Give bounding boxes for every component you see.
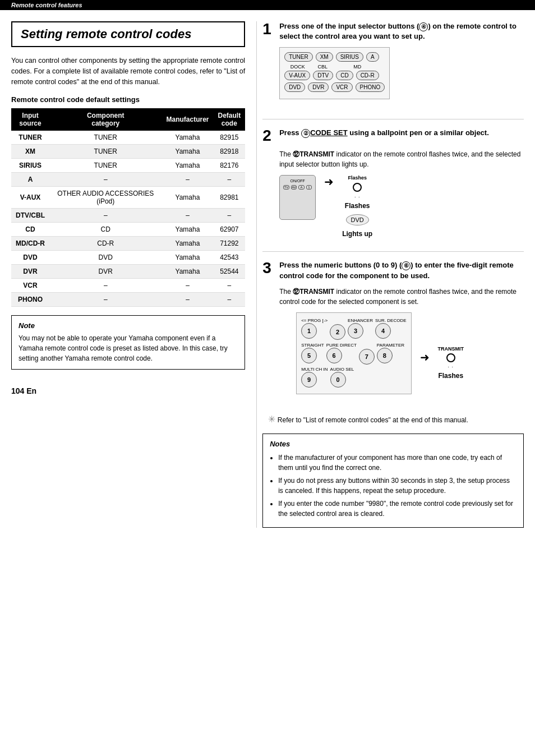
notes-box: Notes If the manufacturer of your compon… bbox=[262, 434, 524, 528]
transmit-circle-3 bbox=[446, 353, 455, 362]
num-btn-2: 2 bbox=[330, 324, 345, 340]
table-cell: 82915 bbox=[214, 131, 246, 145]
btn-vaux: V-AUX bbox=[284, 71, 310, 80]
btn-dvd: DVD bbox=[284, 82, 305, 92]
col-header-input: Inputsource bbox=[11, 108, 49, 131]
table-cell: 71292 bbox=[214, 237, 246, 251]
table-cell: – bbox=[214, 279, 246, 293]
table-row: DVDDVDYamaha42543 bbox=[11, 251, 245, 265]
table-cell: DVR bbox=[49, 265, 162, 279]
table-cell: – bbox=[214, 173, 246, 187]
note-title: Note bbox=[19, 321, 238, 330]
code-set-label: CODE SET bbox=[310, 128, 347, 137]
table-row: DVRDVRYamaha52544 bbox=[11, 265, 245, 279]
table-cell: – bbox=[162, 279, 213, 293]
btn-vcr: VCR bbox=[331, 82, 352, 92]
table-cell: OTHER AUDIO ACCESSORIES (iPod) bbox=[49, 187, 162, 209]
step-3-instruction: Press the numeric buttons (0 to 9) (⑥) t… bbox=[279, 260, 524, 280]
step-1: 1 Press one of the input selector button… bbox=[262, 21, 524, 108]
table-cell: 82176 bbox=[214, 159, 246, 173]
num-btn-9: 9 bbox=[301, 372, 317, 388]
header-label: Remote control features bbox=[11, 2, 82, 8]
btn-xm: XM bbox=[316, 52, 333, 62]
table-cell: – bbox=[162, 209, 213, 223]
step-3-body: The ⑫TRANSMIT indicator on the remote co… bbox=[279, 287, 524, 307]
btn-cd: CD bbox=[336, 71, 353, 80]
arrow-icon-3: ➜ bbox=[420, 351, 430, 364]
table-row: DTV/CBL––– bbox=[11, 209, 245, 223]
dvd-button-diagram: DVD bbox=[346, 214, 369, 225]
intro-text: You can control other components by sett… bbox=[11, 56, 245, 87]
notes-title: Notes bbox=[270, 440, 516, 448]
step-2-number: 2 bbox=[262, 128, 275, 144]
table-cell: Yamaha bbox=[162, 187, 213, 209]
num-btn-1: 1 bbox=[301, 323, 317, 339]
table-title: Remote control code default settings bbox=[11, 95, 245, 104]
table-cell: TUNER bbox=[11, 131, 49, 145]
step-1-number: 1 bbox=[262, 21, 275, 37]
table-row: MD/CD-RCD-RYamaha71292 bbox=[11, 237, 245, 251]
table-cell: VCR bbox=[11, 279, 49, 293]
step-1-instruction: Press one of the input selector buttons … bbox=[279, 21, 524, 42]
transmit-flashes-area: Flashes · · Flashes DVD Lights up bbox=[342, 175, 372, 240]
col-header-manufacturer: Manufacturer bbox=[162, 108, 213, 131]
table-cell: – bbox=[49, 293, 162, 307]
step-2: 2 Press ②CODE SET using a ballpoint pen … bbox=[262, 128, 524, 240]
circled-2: ② bbox=[301, 129, 310, 138]
table-cell: DVR bbox=[11, 265, 49, 279]
header-bar: Remote control features bbox=[0, 0, 535, 10]
tip-icon: ✳ bbox=[268, 414, 275, 424]
table-row: V-AUXOTHER AUDIO ACCESSORIES (iPod)Yamah… bbox=[11, 187, 245, 209]
arrow-icon-2: ➜ bbox=[324, 175, 334, 188]
table-cell: TUNER bbox=[49, 131, 162, 145]
table-row: SIRIUSTUNERYamaha82176 bbox=[11, 159, 245, 173]
table-cell: DTV/CBL bbox=[11, 209, 49, 223]
tip-box: ✳ Refer to "List of remote control codes… bbox=[268, 414, 524, 425]
notes-list-item: If the manufacturer of your component ha… bbox=[278, 453, 516, 473]
table-cell: Yamaha bbox=[162, 159, 213, 173]
table-cell: SIRIUS bbox=[11, 159, 49, 173]
table-cell: – bbox=[49, 279, 162, 293]
numeric-diagram: <= PROG [-> 1 2 EN bbox=[296, 312, 411, 394]
transmit-circle-2 bbox=[353, 183, 362, 192]
table-cell: Yamaha bbox=[162, 223, 213, 237]
circled-4: ④ bbox=[419, 22, 428, 31]
transmit-area-3: TRANSMIT · · Flashes bbox=[438, 346, 464, 380]
table-cell: MD/CD-R bbox=[11, 237, 49, 251]
col-header-component: Componentcategory bbox=[49, 108, 162, 131]
table-cell: – bbox=[49, 173, 162, 187]
note-text: You may not be able to operate your Yama… bbox=[19, 333, 238, 363]
num-btn-5: 5 bbox=[301, 348, 317, 363]
left-column: Setting remote control codes You can con… bbox=[11, 21, 256, 528]
num-btn-4: 4 bbox=[375, 323, 391, 339]
table-cell: V-AUX bbox=[11, 187, 49, 209]
num-btn-8: 8 bbox=[377, 348, 393, 363]
num-btn-6: 6 bbox=[326, 348, 342, 363]
table-row: CDCDYamaha62907 bbox=[11, 223, 245, 237]
table-cell: Yamaha bbox=[162, 251, 213, 265]
table-cell: Yamaha bbox=[162, 237, 213, 251]
table-cell: DVD bbox=[11, 251, 49, 265]
num-btn-0: 0 bbox=[330, 372, 346, 388]
table-cell: 62907 bbox=[214, 223, 246, 237]
btn-phono: PHONO bbox=[356, 82, 385, 92]
transmit-indicator-2: Flashes · · bbox=[348, 175, 367, 200]
table-cell: Yamaha bbox=[162, 265, 213, 279]
step-2-diagram: ON/OFF TV AV A 1 ➜ Flashes bbox=[279, 175, 524, 240]
lights-up-label: Lights up bbox=[342, 230, 372, 238]
table-cell: DVD bbox=[49, 251, 162, 265]
btn-tuner: TUNER bbox=[284, 52, 312, 62]
table-cell: – bbox=[162, 173, 213, 187]
notes-list-item: If you do not press any buttons within 3… bbox=[278, 476, 516, 496]
table-row: XMTUNERYamaha82918 bbox=[11, 145, 245, 159]
step-2-instruction: Press ②CODE SET using a ballpoint pen or… bbox=[279, 128, 489, 138]
table-cell: 82918 bbox=[214, 145, 246, 159]
notes-list-item: If you enter the code number "9980", the… bbox=[278, 499, 516, 519]
page-number: 104 En bbox=[11, 386, 245, 395]
flashes-label-2: Flashes bbox=[345, 202, 370, 210]
table-cell: TUNER bbox=[49, 159, 162, 173]
input-selector-diagram: TUNER XM SIRIUS A DOCK bbox=[279, 47, 390, 99]
table-row: A––– bbox=[11, 173, 245, 187]
table-cell: – bbox=[214, 209, 246, 223]
tip-text: Refer to "List of remote control codes" … bbox=[278, 416, 468, 424]
